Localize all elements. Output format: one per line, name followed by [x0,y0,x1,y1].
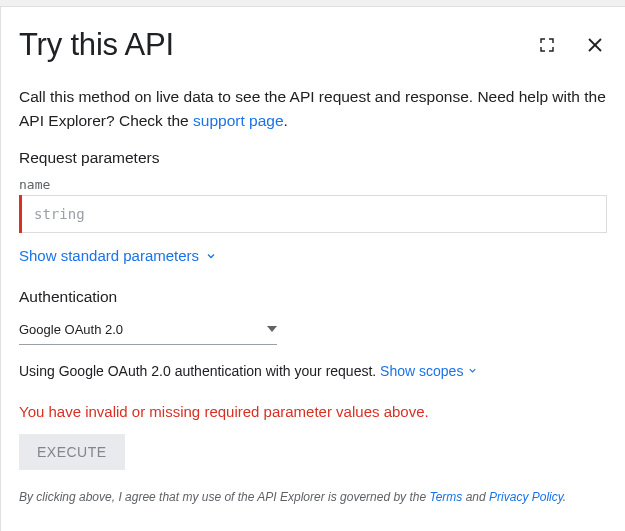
show-standard-parameters-label: Show standard parameters [19,247,199,264]
footer-suffix: . [563,490,566,504]
auth-select[interactable]: Google OAuth 2.0 [19,316,277,345]
auth-description: Using Google OAuth 2.0 authentication wi… [19,363,607,379]
header-icons [535,33,607,57]
validation-error: You have invalid or missing required par… [19,403,607,420]
description: Call this method on live data to see the… [19,85,607,133]
name-input[interactable] [22,195,607,233]
name-input-wrap [19,195,607,233]
param-name-label: name [19,177,607,192]
footer-and: and [462,490,489,504]
show-scopes-toggle[interactable]: Show scopes [380,363,479,379]
description-text-2: . [284,112,288,129]
execute-button[interactable]: EXECUTE [19,434,125,470]
support-page-link[interactable]: support page [193,112,284,129]
privacy-link[interactable]: Privacy Policy [489,490,563,504]
authentication-heading: Authentication [19,288,607,306]
caret-down-icon [267,320,277,338]
fullscreen-icon[interactable] [535,33,559,57]
header: Try this API [19,7,607,85]
auth-using-text: Using Google OAuth 2.0 authentication wi… [19,363,380,379]
request-parameters-heading: Request parameters [19,149,607,167]
auth-select-value: Google OAuth 2.0 [19,322,123,337]
close-icon[interactable] [583,33,607,57]
description-text-1: Call this method on live data to see the… [19,88,606,129]
chevron-down-icon [205,250,217,262]
footer-disclaimer: By clicking above, I agree that my use o… [19,490,607,504]
footer-prefix: By clicking above, I agree that my use o… [19,490,429,504]
show-standard-parameters-toggle[interactable]: Show standard parameters [19,247,217,264]
terms-link[interactable]: Terms [429,490,462,504]
show-scopes-label: Show scopes [380,363,463,379]
chevron-down-icon [467,365,479,377]
top-strip [0,0,625,7]
page-title: Try this API [19,27,174,63]
panel: Try this API Call this method on live da… [0,7,625,531]
